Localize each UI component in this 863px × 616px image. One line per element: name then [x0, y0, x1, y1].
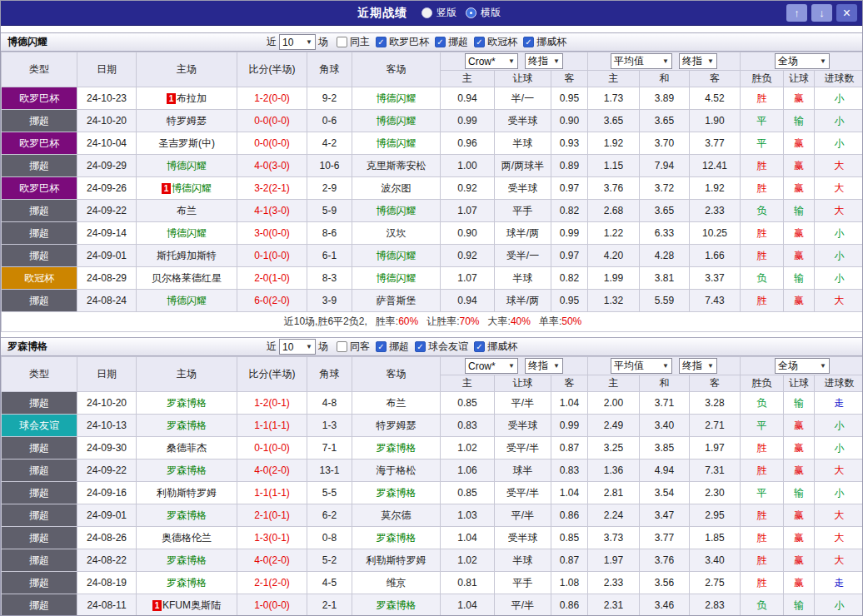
window: 近期战绩 竖版 横版 ↑ ↓ × 博德闪耀近10▼场同主✓欧罗巴杯✓挪超✓欧冠杯…: [0, 0, 863, 616]
date-cell: 24-09-16: [77, 482, 137, 504]
goals-result-cell: 小: [815, 482, 863, 504]
window-title: 近期战绩: [357, 6, 407, 21]
chevron-down-icon: ▼: [707, 57, 714, 65]
handicap-cell: 受半球: [495, 527, 551, 549]
league-filter-checkbox-3[interactable]: ✓挪威杯: [523, 35, 566, 49]
handicap-cell: 平/半: [495, 594, 551, 616]
vertical-layout-radio[interactable]: [422, 7, 432, 18]
near-label: 近: [267, 340, 277, 354]
result-cell: 胜: [741, 155, 784, 177]
handicap-cell: 半球: [495, 267, 551, 290]
result-cell: 胜: [741, 437, 784, 460]
chevron-down-icon: ▼: [662, 57, 669, 65]
same-venue-checkbox[interactable]: 同客: [337, 340, 370, 354]
odds-final-select[interactable]: 终指▼: [525, 358, 563, 374]
odds-company-select[interactable]: Crow*▼: [465, 53, 518, 69]
score-cell: 4-1(3-0): [237, 200, 307, 222]
away-team-cell: 博德闪耀: [352, 132, 441, 155]
league-filter-checkbox-1[interactable]: ✓球会友谊: [415, 340, 468, 354]
scroll-down-button[interactable]: ↓: [811, 4, 832, 22]
odds-company-select-value: Crow*: [468, 56, 496, 67]
league-filter-checkbox-2[interactable]: ✓挪威杯: [474, 340, 517, 354]
team-label: 汉坎: [387, 227, 407, 239]
scope-select-value: 全场: [778, 359, 798, 373]
handicap-cell: 受半球: [495, 415, 551, 437]
match-row: 欧罗巴杯24-09-261博德闪耀3-2(2-1)2-9波尔图0.92受半球0.…: [2, 177, 863, 200]
match-row: 挪超24-09-01斯托姆加斯特0-1(0-0)6-1博德闪耀0.92受半/一0…: [2, 245, 863, 267]
league-filter-checkbox-0[interactable]: ✓欧罗巴杯: [376, 35, 429, 49]
league-filter-checkbox-1[interactable]: ✓挪超: [435, 35, 468, 49]
select-group: 全场▼: [741, 358, 863, 374]
handicap-cell: 受平/半: [495, 482, 551, 504]
avg-draw-cell: 3.76: [640, 549, 690, 572]
checkbox-icon: ✓: [415, 341, 426, 352]
handicap-result-cell: 输: [784, 392, 815, 415]
column-header: 角球: [307, 357, 352, 392]
average-select[interactable]: 平均值▼: [611, 53, 672, 69]
league-filter-checkbox-0-label: 欧罗巴杯: [389, 35, 429, 49]
games-count-select[interactable]: 10▼: [279, 339, 316, 355]
column-header: 角球: [307, 52, 352, 87]
handicap-result-cell: 赢: [784, 415, 815, 437]
near-label: 近: [267, 35, 277, 49]
goals-result-cell: 大: [815, 290, 863, 312]
home-team-cell: 罗森博格: [137, 415, 237, 437]
date-cell: 24-09-14: [77, 222, 137, 245]
odds-away-cell: 0.99: [551, 222, 588, 245]
avg-draw-cell: 4.94: [640, 460, 690, 482]
result-cell: 平: [741, 482, 784, 504]
handicap-result-cell: 赢: [784, 460, 815, 482]
odds-company-select[interactable]: Crow*▼: [465, 358, 518, 374]
corner-cell: 13-1: [307, 460, 352, 482]
handicap-result-cell: 赢: [784, 549, 815, 572]
team-label: 罗森博格: [377, 487, 417, 499]
match-row: 挪超24-08-24博德闪耀6-0(2-0)3-9萨普斯堡0.94球半/两0.9…: [2, 290, 863, 312]
avg-draw-cell: 3.40: [640, 415, 690, 437]
avg-home-cell: 2.33: [588, 572, 640, 594]
games-label: 场: [318, 35, 328, 49]
odds-final-select[interactable]: 终指▼: [525, 53, 563, 69]
average-select[interactable]: 平均值▼: [611, 358, 672, 374]
goals-result-cell: 大: [815, 177, 863, 200]
close-button[interactable]: ×: [836, 4, 857, 22]
league-filter-checkbox-2[interactable]: ✓欧冠杯: [474, 35, 517, 49]
team-label: 博德闪耀: [377, 205, 417, 216]
league-filter-checkbox-1-label: 挪超: [448, 35, 468, 49]
average-final-select[interactable]: 终指▼: [679, 358, 717, 374]
score-cell: 2-0(1-0): [237, 267, 307, 290]
subcolumn-header: 客: [690, 375, 741, 392]
league-filter-checkbox-0[interactable]: ✓挪超: [376, 340, 409, 354]
date-cell: 24-09-29: [77, 155, 137, 177]
scope-select[interactable]: 全场▼: [775, 53, 830, 69]
scroll-up-button[interactable]: ↑: [786, 4, 807, 22]
odds-home-cell: 1.06: [441, 460, 495, 482]
avg-home-cell: 1.99: [588, 267, 640, 290]
avg-home-cell: 1.15: [588, 155, 640, 177]
same-venue-checkbox[interactable]: 同主: [337, 35, 370, 49]
score-cell: 4-0(3-0): [237, 155, 307, 177]
team-label: 桑德菲杰: [167, 442, 207, 454]
corner-cell: 9-2: [307, 87, 352, 110]
header-group: 平均值▼终指▼: [588, 357, 741, 375]
date-cell: 24-10-04: [77, 132, 137, 155]
average-final-select-value: 终指: [682, 359, 702, 373]
avg-away-cell: 2.75: [690, 572, 741, 594]
date-cell: 24-10-23: [77, 87, 137, 110]
chevron-down-icon: ▼: [553, 57, 560, 65]
league-cell: 欧罗巴杯: [2, 177, 77, 200]
corner-cell: 5-5: [307, 482, 352, 504]
checkbox-icon: ✓: [376, 341, 387, 352]
team-label: 维京: [387, 577, 407, 589]
games-count-select[interactable]: 10▼: [279, 34, 316, 50]
home-team-cell: 罗森博格: [137, 460, 237, 482]
avg-away-cell: 1.97: [690, 437, 741, 460]
horizontal-layout-radio[interactable]: [466, 7, 476, 18]
avg-away-cell: 2.71: [690, 415, 741, 437]
chevron-down-icon: ▼: [662, 362, 669, 370]
handicap-result-cell: 输: [784, 110, 815, 132]
scope-select[interactable]: 全场▼: [775, 358, 830, 374]
subcolumn-header: 主: [588, 71, 640, 87]
results-table: 类型日期主场比分(半场)角球客场Crow*▼终指▼平均值▼终指▼全场▼主让球客主…: [1, 356, 863, 616]
average-final-select[interactable]: 终指▼: [679, 53, 717, 69]
team-label: 罗森博格: [167, 420, 207, 431]
